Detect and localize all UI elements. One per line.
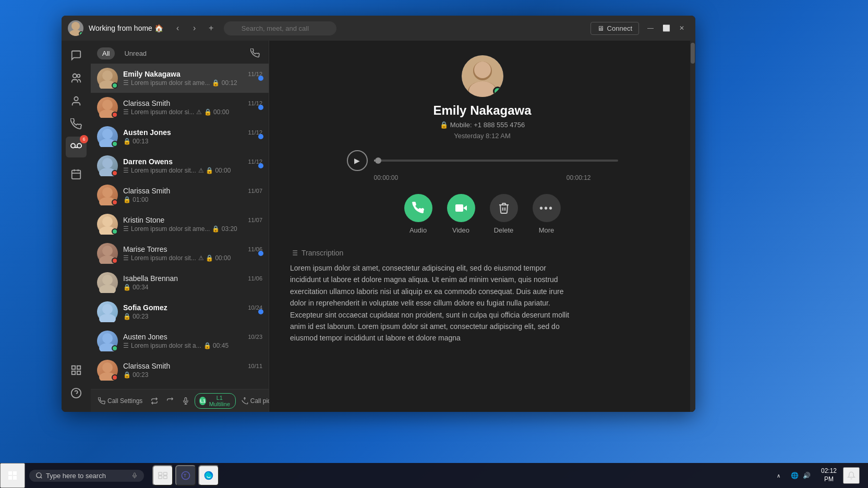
- filter-all-button[interactable]: All: [97, 47, 115, 59]
- avatar-wrap: [97, 272, 118, 293]
- teams-taskbar-icon[interactable]: T: [175, 465, 196, 486]
- taskbar-search[interactable]: Type here to search: [29, 470, 144, 482]
- svg-rect-13: [77, 366, 80, 369]
- taskbar-right: ∧ 🌐 🔊 02:12 PM: [777, 467, 868, 484]
- delete-button[interactable]: [490, 194, 518, 222]
- status-indicator: [112, 258, 118, 264]
- contact-status-dot: [493, 87, 502, 96]
- call-settings-button[interactable]: Call Settings: [95, 395, 146, 407]
- contact-name: Kristin Stone: [123, 216, 164, 224]
- connect-button[interactable]: 🖥 Connect: [590, 22, 639, 35]
- back-button[interactable]: ‹: [171, 21, 185, 35]
- svg-rect-65: [159, 476, 162, 479]
- contact-name: Sofia Gomez: [123, 303, 167, 312]
- sidebar-item-chat[interactable]: [66, 45, 87, 66]
- svg-rect-49: [455, 204, 463, 212]
- chat-preview: ☰ Lorem ipsum dolor sit... ⚠ 🔒 00:00: [123, 254, 262, 262]
- more-label: More: [539, 226, 554, 234]
- contact-avatar-large: [462, 55, 503, 97]
- taskview-button[interactable]: [152, 465, 173, 486]
- chat-list-panel: All Unread: [91, 41, 269, 412]
- sidebar-item-help[interactable]: [66, 383, 87, 404]
- svg-point-0: [71, 22, 80, 30]
- progress-thumb: [375, 157, 381, 164]
- forward-button[interactable]: ›: [187, 21, 202, 35]
- notification-button[interactable]: [843, 467, 860, 484]
- sidebar-item-voicemail[interactable]: 6: [66, 137, 87, 157]
- chat-item-10[interactable]: Austen Jones 10/23 ☰ Lorem ipsum dolor s…: [91, 326, 269, 356]
- chat-item-4[interactable]: Darren Owens 11/12 ☰ Lorem ipsum dolor s…: [91, 151, 269, 180]
- chat-item-6[interactable]: Kristin Stone 11/07 ☰ Lorem ipsum dolor …: [91, 210, 269, 239]
- chat-item-8[interactable]: Isabella Brennan 11/06 🔒 00:34: [91, 268, 269, 297]
- svg-point-3: [73, 74, 77, 78]
- chat-item-11[interactable]: Clarissa Smith 10/11 🔒 00:23: [91, 356, 269, 385]
- svg-rect-57: [13, 471, 17, 475]
- nav-controls: ‹ › +: [171, 21, 219, 35]
- network-icon: 🌐: [791, 472, 799, 479]
- chat-item-7[interactable]: Marise Torres 11/06 ☰ Lorem ipsum dolor …: [91, 239, 269, 268]
- video-call-button[interactable]: [447, 194, 475, 222]
- chat-item-3[interactable]: Austen Jones 11/12 🔒 00:13: [91, 122, 269, 151]
- edge-taskbar-icon[interactable]: [198, 465, 219, 486]
- taskbar-clock[interactable]: 02:12 PM: [821, 467, 837, 483]
- scrollbar-track[interactable]: [690, 41, 695, 412]
- svg-point-32: [102, 275, 113, 285]
- sidebar-item-calls[interactable]: [66, 114, 87, 135]
- phone-filter-button[interactable]: [248, 46, 262, 60]
- sidebar-item-calendar[interactable]: [66, 164, 87, 185]
- vm-actions: Audio Video: [404, 194, 561, 234]
- start-button[interactable]: [0, 463, 25, 488]
- audio-call-button[interactable]: [404, 194, 432, 222]
- transfer-button[interactable]: [163, 395, 177, 407]
- main-content: Emily Nakagawa 🔒 Mobile: +1 888 555 4756…: [269, 41, 695, 412]
- user-avatar: [68, 20, 83, 36]
- play-button[interactable]: ▶: [347, 150, 368, 171]
- sidebar-item-apps[interactable]: [66, 360, 87, 381]
- forward-calls-button[interactable]: [148, 395, 161, 407]
- close-button[interactable]: ✕: [674, 21, 689, 35]
- contact-name: Austen Jones: [123, 128, 171, 137]
- search-input[interactable]: [224, 21, 336, 35]
- chat-content: Clarissa Smith 10/11 🔒 00:23: [123, 362, 262, 379]
- chat-preview: ☰ Lorem ipsum dolor si... ⚠ 🔒 00:00: [123, 108, 262, 116]
- system-tray-chevron[interactable]: ∧: [777, 473, 780, 479]
- chat-list-header-right: [248, 46, 262, 60]
- voip-button[interactable]: [179, 395, 192, 407]
- chat-content: Darren Owens 11/12 ☰ Lorem ipsum dolor s…: [123, 157, 262, 174]
- chat-content: Austen Jones 10/23 ☰ Lorem ipsum dolor s…: [123, 333, 262, 349]
- unread-indicator: [258, 163, 263, 168]
- contact-name: Austen Jones: [123, 333, 167, 341]
- chat-content: Austen Jones 11/12 🔒 00:13: [123, 128, 262, 145]
- contact-name: Marise Torres: [123, 245, 167, 253]
- clock-time: 02:12: [821, 467, 837, 475]
- chat-preview: ☰ Lorem ipsum dolor sit... ⚠ 🔒 00:00: [123, 167, 262, 174]
- chat-content: Kristin Stone 11/07 ☰ Lorem ipsum dolor …: [123, 216, 262, 233]
- minimize-button[interactable]: —: [643, 21, 658, 35]
- taskbar-icons: T: [152, 465, 219, 486]
- sidebar-item-teams[interactable]: [66, 68, 87, 89]
- chat-list-scroll[interactable]: Emily Nakagawa 11/12 ☰ Lorem ipsum dolor…: [91, 64, 269, 389]
- search-wrapper: 🔍: [224, 21, 412, 35]
- app-body: 6: [62, 41, 695, 412]
- svg-point-6: [77, 143, 81, 148]
- filter-unread-button[interactable]: Unread: [119, 47, 152, 59]
- sidebar-item-contacts[interactable]: [66, 91, 87, 112]
- chat-item-1[interactable]: Emily Nakagawa 11/12 ☰ Lorem ipsum dolor…: [91, 64, 269, 93]
- svg-rect-15: [72, 371, 75, 374]
- progress-bar[interactable]: [374, 160, 618, 162]
- svg-point-60: [37, 473, 41, 478]
- contact-name: Emily Nakagawa: [123, 70, 180, 78]
- transcription-header: Transcription: [290, 249, 572, 257]
- svg-point-33: [99, 285, 116, 293]
- title-bar: Working from home 🏠 ‹ › + 🔍 🖥 Connect — …: [62, 16, 695, 41]
- chat-item-9[interactable]: Sofia Gomez 10/24 🔒 00:23: [91, 297, 269, 326]
- multiline-button[interactable]: L1 L1 Multiline: [195, 393, 235, 409]
- svg-point-28: [102, 216, 113, 227]
- scrollbar-thumb[interactable]: [691, 43, 695, 64]
- chat-item-5[interactable]: Clarissa Smith 11/07 🔒 01:00: [91, 180, 269, 210]
- add-tab-button[interactable]: +: [204, 21, 219, 35]
- sidebar-icons: 6: [62, 41, 91, 412]
- more-button[interactable]: •••: [533, 194, 561, 222]
- maximize-button[interactable]: ⬜: [659, 21, 673, 35]
- chat-item-2[interactable]: Clarissa Smith 11/12 ☰ Lorem ipsum dolor…: [91, 93, 269, 122]
